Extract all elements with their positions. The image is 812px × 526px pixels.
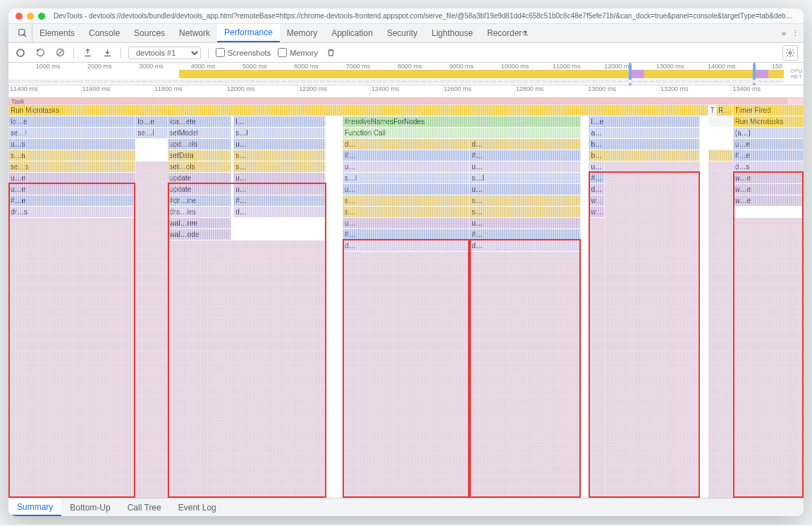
flame-bar[interactable]: w…e [733, 184, 804, 195]
kebab-menu-icon[interactable]: ⋮ [792, 29, 799, 38]
flame-bar[interactable]: dr…s [8, 207, 135, 217]
flame-bar[interactable]: setData [168, 150, 231, 161]
tab-sources[interactable]: Sources [127, 24, 172, 42]
flame-bar[interactable]: u… [233, 173, 326, 183]
flame-bar[interactable]: upd…ols [168, 139, 231, 149]
flame-bar[interactable]: u… [233, 139, 326, 149]
flame-bar[interactable]: u… [343, 218, 469, 228]
flame-bar[interactable]: s…l [343, 173, 469, 183]
flame-bar[interactable]: #resolveNamesForNodes [343, 116, 581, 127]
upload-profile-icon[interactable] [81, 47, 94, 59]
flame-bar[interactable]: u… [469, 218, 581, 228]
flame-bar[interactable]: update [168, 184, 231, 195]
flame-bar[interactable]: b… [589, 150, 700, 161]
details-tab-summary[interactable]: Summary [8, 499, 61, 516]
flame-bar[interactable]: Run Microtasks [733, 116, 804, 127]
flame-bar[interactable]: Task [708, 105, 715, 116]
flame-bar[interactable]: lo…e [135, 116, 167, 127]
flame-bar[interactable]: s…l [233, 128, 326, 138]
close-window-icon[interactable] [16, 13, 23, 20]
flame-bar[interactable]: s…l [469, 173, 581, 183]
flame-bar[interactable]: l…e [589, 116, 700, 127]
flame-bar[interactable]: d… [233, 207, 326, 217]
flame-deep-fill[interactable] [8, 218, 135, 498]
record-button-icon[interactable] [14, 47, 27, 59]
flame-bar[interactable]: s… [469, 195, 581, 206]
flame-bar[interactable]: se…l [8, 128, 135, 138]
flame-bar[interactable]: u… [469, 161, 581, 172]
flame-bar[interactable]: Timer Fired [733, 105, 804, 116]
flame-bar[interactable]: s… [233, 161, 326, 172]
flame-bar[interactable]: (a…) [733, 128, 804, 138]
flame-bar[interactable]: #…e [8, 195, 135, 206]
flame-bar[interactable]: w…e [733, 173, 804, 183]
flame-bar[interactable]: s… [469, 207, 581, 217]
flame-bar[interactable]: w… [589, 195, 605, 206]
clear-icon[interactable] [54, 47, 66, 59]
flame-chart[interactable]: Run MicrotasksTaskRun MicrotasksTimer Fi… [8, 105, 804, 498]
flame-bar[interactable] [708, 150, 733, 161]
flame-bar[interactable]: w…e [733, 195, 804, 206]
flame-deep-fill[interactable] [605, 161, 700, 498]
flame-bar[interactable]: #dr…ine [168, 195, 231, 206]
flame-bar[interactable]: se…s [8, 161, 135, 172]
flame-bar[interactable]: l… [233, 116, 326, 127]
flame-bar[interactable]: Run Microtasks [716, 105, 733, 116]
flame-deep-fill[interactable] [589, 218, 605, 498]
tab-application[interactable]: Application [324, 24, 380, 42]
flame-bar[interactable]: wal…ree [168, 218, 231, 228]
flame-bar[interactable]: u… [343, 161, 469, 172]
flame-bar[interactable]: se…l [135, 128, 167, 138]
flame-deep-fill[interactable] [135, 161, 167, 498]
flame-bar[interactable]: s…a [8, 150, 135, 161]
flame-bar[interactable]: update [168, 173, 231, 183]
tab-security[interactable]: Security [380, 24, 424, 42]
flame-deep-fill[interactable] [343, 252, 469, 498]
flame-bar[interactable]: setModel [168, 128, 231, 138]
flame-bar[interactable]: a… [589, 128, 700, 138]
zoom-window-icon[interactable] [38, 13, 45, 20]
more-tabs-icon[interactable]: » [782, 29, 786, 37]
flame-bar[interactable]: Function Call [343, 128, 581, 138]
flame-bar[interactable]: d… [343, 139, 469, 149]
flame-bar[interactable]: s… [343, 195, 469, 206]
minimize-window-icon[interactable] [27, 13, 34, 20]
details-tab-event-log[interactable]: Event Log [170, 499, 225, 516]
tab-lighthouse[interactable]: Lighthouse [424, 24, 480, 42]
flame-bar[interactable]: #… [469, 229, 581, 240]
flame-bar[interactable]: u…s [8, 139, 135, 149]
flame-deep-fill[interactable] [469, 252, 581, 498]
flame-bar[interactable]: s… [233, 150, 326, 161]
session-select[interactable]: devtools #1 [128, 47, 201, 59]
flame-bar[interactable]: #… [343, 150, 469, 161]
flame-bar[interactable]: d…s [733, 161, 804, 172]
flame-deep-fill[interactable] [733, 218, 804, 498]
flame-bar[interactable]: lo…e [8, 116, 135, 127]
reload-record-icon[interactable] [34, 47, 47, 59]
flame-deep-fill[interactable] [168, 240, 327, 498]
flame-bar[interactable]: Run Microtasks [8, 105, 708, 116]
flame-bar[interactable]: u…e [8, 173, 135, 183]
flame-bar[interactable]: #… [343, 229, 469, 240]
flame-bar[interactable]: wal…ode [168, 229, 231, 240]
flame-deep-fill[interactable] [708, 161, 733, 498]
tab-memory[interactable]: Memory [280, 24, 324, 42]
memory-checkbox[interactable]: Memory [278, 48, 318, 57]
screenshots-checkbox[interactable]: Screenshots [216, 48, 271, 57]
flame-bar[interactable] [708, 116, 733, 127]
flame-bar[interactable]: w… [589, 207, 605, 217]
inspect-element-icon[interactable] [13, 24, 32, 42]
flame-bar[interactable]: d… [589, 184, 605, 195]
flame-bar[interactable]: #… [589, 173, 605, 183]
flame-bar[interactable]: #… [233, 195, 326, 206]
flame-bar[interactable]: d… [469, 240, 581, 251]
flame-bar[interactable]: u… [343, 184, 469, 195]
flame-ruler[interactable]: 11400 ms11600 ms11800 ms12000 ms12200 ms… [8, 85, 804, 98]
flame-bar[interactable]: #… [469, 150, 581, 161]
flame-bar[interactable]: d… [469, 139, 581, 149]
trash-icon[interactable] [325, 47, 338, 59]
flame-bar[interactable]: d… [343, 240, 469, 251]
details-tab-call-tree[interactable]: Call Tree [119, 499, 170, 516]
flame-bar[interactable]: dra…ies [168, 207, 231, 217]
tab-console[interactable]: Console [82, 24, 127, 42]
